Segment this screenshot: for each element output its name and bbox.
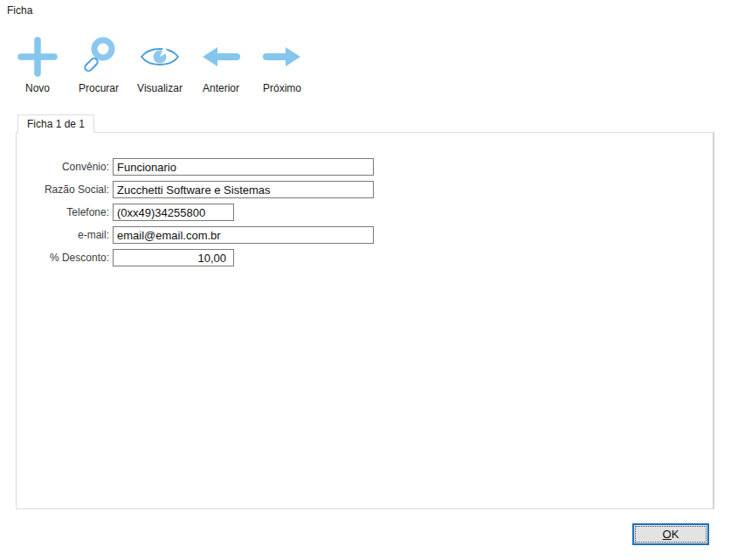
plus-icon	[17, 35, 58, 79]
toolbar-button-label: Visualizar	[137, 82, 183, 94]
field-row-convenio: Convênio:	[17, 158, 713, 176]
telefone-input[interactable]	[113, 204, 234, 221]
field-row-email: e-mail:	[17, 226, 713, 244]
field-row-desconto: % Desconto:	[17, 249, 713, 266]
search-icon	[81, 35, 116, 79]
page-title: Ficha	[7, 4, 32, 17]
toolbar-button-anterior[interactable]: Anterior	[190, 35, 252, 94]
telefone-label: Telefone:	[17, 206, 113, 218]
toolbar-button-label: Novo	[25, 82, 50, 94]
razao-social-input[interactable]	[113, 181, 374, 198]
toolbar: Novo Procurar Visualizar Anterio	[7, 35, 313, 94]
toolbar-button-label: Anterior	[203, 82, 239, 94]
arrow-left-icon	[201, 35, 241, 79]
toolbar-button-visualizar[interactable]: Visualizar	[129, 35, 190, 94]
email-label: e-mail:	[17, 229, 113, 241]
toolbar-button-label: Próximo	[263, 82, 301, 94]
arrow-right-icon	[262, 35, 302, 79]
form-panel: Convênio: Razão Social: Telefone: e-mail…	[16, 132, 714, 509]
toolbar-button-label: Procurar	[79, 82, 119, 94]
ok-button[interactable]: OK	[632, 523, 709, 545]
toolbar-button-procurar[interactable]: Procurar	[68, 35, 129, 94]
toolbar-button-proximo[interactable]: Próximo	[252, 35, 313, 94]
form-area: Convênio: Razão Social: Telefone: e-mail…	[17, 133, 713, 266]
desconto-label: % Desconto:	[17, 252, 113, 264]
convenio-input[interactable]	[113, 158, 374, 176]
eye-icon	[140, 35, 180, 79]
field-row-razao-social: Razão Social:	[17, 181, 713, 198]
field-row-telefone: Telefone:	[17, 204, 713, 221]
tab-ficha[interactable]: Ficha 1 de 1	[17, 114, 94, 133]
tabstrip: Ficha 1 de 1	[17, 114, 94, 133]
razao-social-label: Razão Social:	[17, 183, 113, 196]
desconto-input[interactable]	[113, 249, 234, 266]
convenio-label: Convênio:	[17, 161, 113, 173]
toolbar-button-novo[interactable]: Novo	[7, 35, 68, 94]
ok-button-label: OK	[663, 528, 679, 541]
email-input[interactable]	[113, 226, 374, 244]
